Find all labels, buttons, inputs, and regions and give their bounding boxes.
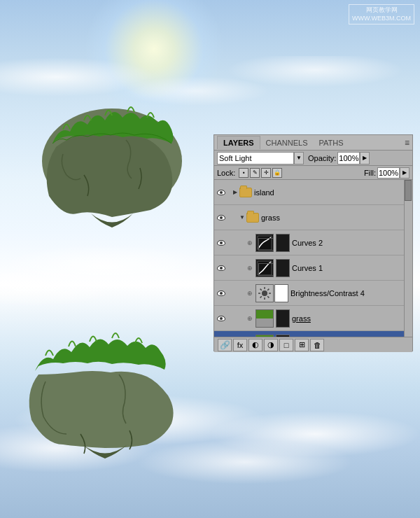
add-style-icon[interactable]: fx <box>233 339 247 351</box>
lock-transparency-icon[interactable]: ▪ <box>239 168 248 178</box>
lock-position-icon[interactable]: ✛ <box>261 168 271 178</box>
expand-grass-group[interactable]: ▼ <box>238 214 246 222</box>
island-top-svg <box>21 7 203 231</box>
island-top <box>21 7 203 231</box>
layers-panel: LAYERS CHANNELS PATHS ≡ Soft Light ▼ Opa… <box>214 134 413 351</box>
new-group-icon[interactable]: □ <box>279 339 293 351</box>
new-adjustment-icon[interactable]: ◑ <box>264 339 278 351</box>
svg-rect-15 <box>256 310 273 318</box>
tab-layers[interactable]: LAYERS <box>217 136 260 149</box>
thumb-brightness4 <box>255 284 274 302</box>
adj-link-grass-layer: ⊕ <box>245 314 255 323</box>
adj-link-curves1: ⊕ <box>245 263 255 273</box>
svg-point-6 <box>262 290 267 296</box>
layer-name-grass-group: grass <box>261 214 411 222</box>
new-layer-icon[interactable]: ⊞ <box>295 339 309 351</box>
layers-content: ▶ island ▼ grass ⊕ <box>214 180 412 337</box>
watermark-line2: WWW.WEB3M.COM <box>352 15 411 23</box>
island-bottom <box>7 294 203 504</box>
mask-grass-copy <box>276 335 290 337</box>
mask-curves1 <box>276 259 290 277</box>
tab-paths[interactable]: PATHS <box>314 136 349 149</box>
eye-icon-curves2[interactable] <box>216 237 227 248</box>
eye-icon-island[interactable] <box>216 187 227 198</box>
watermark: 网页教学网 WWW.WEB3M.COM <box>349 4 414 24</box>
layer-row-grass-layer[interactable]: ⊕ grass <box>214 306 412 331</box>
panel-menu-icon[interactable]: ≡ <box>405 138 410 148</box>
folder-icon-grass <box>246 213 259 223</box>
delete-layer-icon[interactable]: 🗑 <box>310 339 324 351</box>
layer-name-grass-layer: grass <box>292 314 411 323</box>
layer-row-grass-copy[interactable]: ⊕ grass copy <box>214 331 412 337</box>
opacity-arrow[interactable]: ▶ <box>360 152 370 164</box>
svg-rect-17 <box>256 335 273 337</box>
link-layers-icon[interactable]: 🔗 <box>218 339 232 351</box>
thumb-curves1 <box>255 259 274 277</box>
layer-name-brightness4: Brightness/Contrast 4 <box>290 289 411 298</box>
lock-pixels-icon[interactable]: ✎ <box>250 168 260 178</box>
thumb-grass-copy <box>255 335 274 337</box>
tab-channels[interactable]: CHANNELS <box>260 136 314 149</box>
panel-bottom: 🔗 fx ◐ ◑ □ ⊞ 🗑 <box>214 337 412 352</box>
mask-brightness4 <box>274 284 288 302</box>
add-mask-icon[interactable]: ◐ <box>248 339 262 351</box>
svg-rect-2 <box>258 236 272 250</box>
lock-row: Lock: ▪ ✎ ✛ 🔒 Fill: 100% ▶ <box>214 166 412 180</box>
layer-row-brightness4[interactable]: ⊕ <box>214 281 412 306</box>
folder-icon-island <box>239 188 252 197</box>
eye-icon-curves1[interactable] <box>216 262 227 274</box>
lock-all-icon[interactable]: 🔒 <box>272 168 282 178</box>
lock-label: Lock: <box>217 169 235 177</box>
blend-mode-row: Soft Light ▼ Opacity: 100% ▶ <box>214 150 412 166</box>
adj-link-brightness4: ⊕ <box>245 288 255 298</box>
svg-rect-4 <box>258 261 272 275</box>
fill-arrow[interactable]: ▶ <box>400 167 410 178</box>
eye-icon-grass-group[interactable] <box>216 212 227 223</box>
scrollbar-thumb[interactable] <box>405 180 412 201</box>
expand-island[interactable]: ▶ <box>231 188 239 197</box>
thumb-curves2 <box>255 234 274 252</box>
mask-curves2 <box>276 234 290 252</box>
adj-link-curves2: ⊕ <box>245 238 255 248</box>
opacity-label: Opacity: <box>308 154 336 162</box>
watermark-line1: 网页教学网 <box>352 6 411 15</box>
panel-header: LAYERS CHANNELS PATHS ≡ <box>214 135 412 150</box>
blend-mode-value: Soft Light <box>219 154 251 162</box>
fill-label: Fill: <box>364 169 376 177</box>
layer-name-curves2: Curves 2 <box>292 239 411 247</box>
layer-row-curves2[interactable]: ⊕ Curves 2 <box>214 230 412 255</box>
thumb-grass-layer <box>255 309 274 328</box>
mask-grass-layer <box>276 309 290 328</box>
layer-row-island[interactable]: ▶ island <box>214 180 412 205</box>
island-bottom-svg <box>7 294 203 490</box>
fill-value[interactable]: 100% <box>377 167 400 178</box>
blend-mode-arrow[interactable]: ▼ <box>294 152 304 164</box>
layer-name-island: island <box>254 188 411 197</box>
layer-row-grass-group[interactable]: ▼ grass <box>214 205 412 230</box>
layer-name-curves1: Curves 1 <box>292 264 411 272</box>
layer-row-curves1[interactable]: ⊕ Curves 1 <box>214 255 412 281</box>
eye-icon-brightness4[interactable] <box>216 288 227 299</box>
svg-rect-16 <box>256 318 273 327</box>
blend-mode-select[interactable]: Soft Light <box>217 152 294 164</box>
eye-icon-grass-layer[interactable] <box>216 313 227 324</box>
opacity-value[interactable]: 100% <box>337 152 360 164</box>
layers-scrollbar[interactable] <box>404 180 412 337</box>
